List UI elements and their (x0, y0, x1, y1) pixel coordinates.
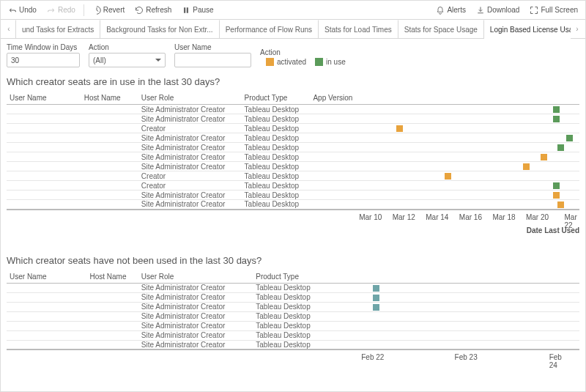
alerts-button[interactable]: Alerts (431, 2, 470, 18)
data-mark[interactable] (553, 106, 560, 113)
cell-role: Site Administrator Creator (138, 152, 242, 162)
cell-user (7, 171, 81, 181)
plot-cell (327, 283, 579, 292)
cell-host (81, 171, 138, 181)
table-row[interactable]: Site Administrator CreatorTableau Deskto… (7, 200, 579, 210)
cell-user (7, 152, 81, 162)
cell-role: Creator (138, 181, 242, 191)
col-product[interactable]: Product Type (242, 92, 311, 105)
axis-tick: Mar 18 (492, 213, 515, 221)
cell-version (310, 162, 361, 171)
data-mark[interactable] (523, 163, 530, 170)
cell-product: Tableau Desktop (242, 181, 311, 191)
cell-host (86, 340, 138, 350)
data-mark[interactable] (373, 285, 379, 292)
data-mark[interactable] (541, 154, 547, 160)
axis-tick: Mar 10 (359, 213, 382, 221)
cell-user (7, 105, 81, 114)
table-row[interactable]: Site Administrator CreatorTableau Deskto… (7, 133, 579, 143)
legend-item-in use[interactable]: in use (315, 58, 346, 66)
tab-3[interactable]: Stats for Load Times (319, 20, 398, 39)
cell-role: Site Administrator Creator (138, 162, 242, 171)
table-row[interactable]: CreatorTableau Desktop (7, 171, 579, 181)
revert-button[interactable]: Revert (88, 2, 129, 18)
section2-chart: User Name Host Name User Role Product Ty… (1, 270, 585, 366)
cell-role: Site Administrator Creator (138, 191, 242, 200)
time-window-input[interactable] (7, 53, 80, 67)
legend-label: activated (277, 58, 306, 66)
table-row[interactable]: Site Administrator CreatorTableau Deskto… (7, 143, 579, 152)
cell-role: Site Administrator Creator (138, 133, 242, 143)
undo-icon (8, 6, 17, 15)
section2-title: Which creator seats have not been used i… (1, 252, 585, 270)
time-window-label: Time Window in Days (7, 43, 80, 51)
table-row[interactable]: Site Administrator CreatorTableau Deskto… (7, 152, 579, 162)
refresh-button[interactable]: Refresh (130, 2, 176, 18)
data-mark[interactable] (396, 125, 403, 132)
section2-axis: Feb 22Feb 23Feb 24 (7, 350, 579, 365)
col-user[interactable]: User Name (7, 270, 86, 284)
cell-host (81, 133, 138, 143)
data-mark[interactable] (373, 304, 379, 311)
table-row[interactable]: Site Administrator CreatorTableau Deskto… (7, 191, 579, 200)
cell-host (81, 200, 138, 210)
table-row[interactable]: Site Administrator CreatorTableau Deskto… (7, 162, 579, 171)
cell-host (81, 152, 138, 162)
action-select[interactable]: (All) (89, 53, 166, 67)
tab-0[interactable]: und Tasks for Extracts (15, 20, 100, 39)
table-row[interactable]: Site Administrator CreatorTableau Deskto… (7, 114, 579, 124)
col-user[interactable]: User Name (7, 92, 81, 105)
user-name-input[interactable] (174, 53, 251, 67)
cell-role: Site Administrator Creator (138, 302, 253, 311)
col-role[interactable]: User Role (138, 92, 242, 105)
table-row[interactable]: Site Administrator CreatorTableau Deskto… (7, 311, 579, 321)
data-mark[interactable] (557, 201, 564, 208)
table-row[interactable]: Site Administrator CreatorTableau Deskto… (7, 105, 579, 114)
col-product[interactable]: Product Type (253, 270, 327, 284)
user-name-label: User Name (174, 43, 251, 51)
data-mark[interactable] (566, 135, 573, 141)
col-host[interactable]: Host Name (81, 92, 138, 105)
undo-button[interactable]: Undo (4, 2, 41, 18)
tab-2[interactable]: Performance of Flow Runs (220, 20, 319, 39)
refresh-icon (135, 6, 144, 15)
data-mark[interactable] (553, 182, 560, 189)
tab-scroll-left[interactable]: ‹ (2, 25, 15, 33)
cell-user (7, 114, 81, 124)
legend-item-activated[interactable]: activated (266, 58, 306, 66)
download-button[interactable]: Download (472, 2, 524, 18)
fullscreen-button[interactable]: Full Screen (525, 2, 582, 18)
cell-user (7, 283, 86, 292)
plot-cell (362, 171, 579, 181)
cell-product: Tableau Desktop (242, 114, 311, 124)
col-version[interactable]: App Version (310, 92, 361, 105)
axis-tick: Feb 22 (361, 353, 384, 361)
cell-product: Tableau Desktop (242, 162, 311, 171)
pause-button[interactable]: Pause (177, 2, 218, 18)
data-mark[interactable] (373, 295, 379, 301)
table-row[interactable]: Site Administrator CreatorTableau Deskto… (7, 330, 579, 340)
data-mark[interactable] (445, 173, 451, 180)
data-mark[interactable] (553, 116, 560, 122)
col-plot (362, 92, 579, 105)
col-role[interactable]: User Role (138, 270, 253, 284)
tab-5[interactable]: Login Based License Usage (484, 21, 571, 39)
tab-4[interactable]: Stats for Space Usage (398, 20, 484, 39)
cell-version (310, 114, 361, 124)
tab-scroll-right[interactable]: › (571, 25, 584, 33)
table-row[interactable]: CreatorTableau Desktop (7, 124, 579, 133)
table-row[interactable]: Site Administrator CreatorTableau Deskto… (7, 292, 579, 302)
axis-tick: Mar 20 (526, 213, 549, 221)
col-host[interactable]: Host Name (86, 270, 138, 284)
redo-button[interactable]: Redo (42, 2, 80, 18)
tab-1[interactable]: Background Tasks for Non Extr... (100, 20, 219, 39)
data-mark[interactable] (557, 144, 564, 151)
table-row[interactable]: Site Administrator CreatorTableau Deskto… (7, 340, 579, 350)
plot-cell (362, 200, 579, 210)
section1-axis-title: Date Last Used (362, 225, 579, 240)
data-mark[interactable] (553, 192, 560, 199)
table-row[interactable]: Site Administrator CreatorTableau Deskto… (7, 283, 579, 292)
table-row[interactable]: Site Administrator CreatorTableau Deskto… (7, 321, 579, 330)
table-row[interactable]: CreatorTableau Desktop (7, 181, 579, 191)
table-row[interactable]: Site Administrator CreatorTableau Deskto… (7, 302, 579, 311)
